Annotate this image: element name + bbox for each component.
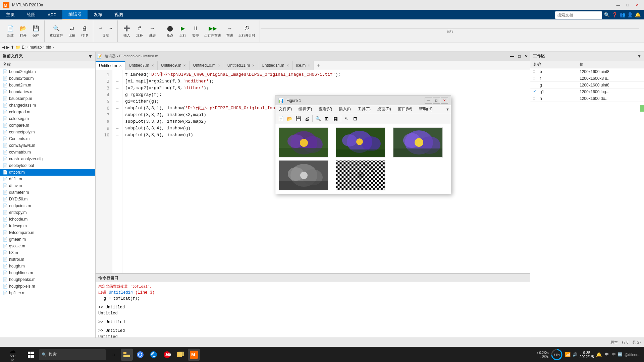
file-item[interactable]: 📄deploytool.bat [0,162,95,169]
figure-maximize-button[interactable]: □ [433,98,440,104]
find-files-button[interactable]: 🔍 查找文件 [47,23,65,39]
menu-plot[interactable]: 绘图 [21,10,42,19]
ws-row-g1[interactable]: ✓ g1 1200x1600 log... [530,88,644,95]
compare-button[interactable]: ⇄ 比较 [65,23,78,39]
run-button[interactable]: ▶ 运行 [176,23,189,39]
tab-close-ice[interactable]: ✕ [308,64,310,67]
doc-search-field[interactable] [555,11,602,19]
community-icon[interactable]: 👥 [620,12,625,17]
ws-row-g[interactable]: □ g 1200x1600 uint8 [530,82,644,88]
new-button[interactable]: 📄 新建 [4,23,17,39]
editor-minimize[interactable]: — [508,54,516,59]
ws-row-f[interactable]: □ f 1200x1600x3 u... [530,75,644,82]
ime-indicator[interactable]: 中 [604,352,610,357]
file-item[interactable]: 📄endpoints.m [0,202,95,209]
figure-tool-tile[interactable]: ⊞ [323,115,331,123]
tab-untitled10[interactable]: Untitled10.m ✕ [190,61,224,70]
file-item[interactable]: 📄hpfilter.m [0,290,95,296]
file-item[interactable]: 📄boundaries.m [0,88,95,95]
tab-ice[interactable]: ice.m ✕ [293,61,314,70]
tab-close-untitled7[interactable]: ✕ [151,64,154,67]
figure-menu-insert[interactable]: 插入(I) [335,105,354,113]
tab-untitled[interactable]: Untitled.m ✕ [96,61,125,70]
file-item[interactable]: 📄houghpeaks.m [0,276,95,283]
figure-tool-open[interactable]: 📂 [285,115,293,123]
search-icon[interactable]: 🔍 [604,12,610,17]
taskbar-task-view[interactable]: □ [107,349,119,361]
minimize-button[interactable]: — [614,2,623,8]
file-item[interactable]: 📄diameter.m [0,189,95,196]
menu-home[interactable]: 主页 [0,10,21,19]
figure-tool-pan[interactable]: ⊡ [351,115,359,123]
file-item[interactable]: 📄histroi.m [0,256,95,263]
figure-menu-file[interactable]: 文件(F) [275,105,295,113]
taskbar-explorer[interactable] [121,349,133,361]
menu-editor[interactable]: 编辑器 [62,10,88,19]
figure-tool-grid[interactable]: ▦ [331,115,339,123]
file-item[interactable]: 📄conwaylaws.m [0,142,95,149]
figure-tool-select[interactable]: ↖ [342,115,351,123]
taskbar-search-bar[interactable]: 🔍 搜索 [39,349,106,360]
ws-row-b[interactable]: □ b 1200x1600 uint8 [530,68,644,75]
maximize-button[interactable]: □ [623,2,632,8]
file-item[interactable]: 📄entropy.m [0,209,95,216]
file-panel-expand[interactable]: ▼ [88,54,93,59]
menu-app[interactable]: APP [42,10,62,19]
taskbar-edge[interactable] [148,349,160,361]
tab-untitled11[interactable]: Untitled11.m ✕ [224,61,258,70]
file-item[interactable]: 📄dftfilt.m [0,176,95,182]
notification-icon[interactable]: 🔔 [596,352,602,357]
tab-close-untitled9[interactable]: ✕ [183,64,186,67]
run-advance-button[interactable]: ▶▶ 运行并前进 [202,23,223,39]
undo-button[interactable]: ↩ [96,24,105,33]
editor-expand[interactable]: □ [516,54,523,59]
figure-menu-help[interactable]: 帮助(H) [416,105,436,113]
start-button[interactable] [24,348,38,361]
file-item[interactable]: 📄compare.m [0,122,95,129]
taskbar-chrome[interactable] [134,349,146,361]
file-item[interactable]: 📄bound2eight.m [0,68,95,75]
file-item[interactable]: 📄h8.m [0,249,95,256]
ws-expand[interactable]: ▼ [637,54,641,59]
window-controls[interactable]: — □ ✕ [614,2,641,8]
figure-tool-new[interactable]: 📄 [277,115,285,123]
tab-close-untitled11[interactable]: ✕ [252,64,255,67]
error-link-untitled14[interactable]: Untitled14 [109,290,133,295]
file-item[interactable]: 📄gscale.m [0,243,95,249]
figure-tool-save[interactable]: 💾 [294,115,302,123]
editor-panel-close[interactable]: ✕ [523,54,530,59]
taskbar-files[interactable] [174,349,186,361]
run-time-button[interactable]: ⏱ 运行并计时 [236,23,258,39]
tab-add-button[interactable]: + [314,61,322,70]
up-button[interactable]: ⬆ [11,45,14,50]
breakpoint-button[interactable]: ⬤ 断点 [164,23,176,39]
menu-view[interactable]: 视图 [108,10,129,19]
file-item[interactable]: 📄covmatrix.m [0,149,95,156]
file-item[interactable]: 📄colorgrad.m [0,109,95,115]
figure-menu-expand[interactable]: ▼ [444,107,451,111]
insert-button[interactable]: ➕ 插入 [120,23,133,39]
redo-button[interactable]: ↪ [106,24,115,33]
tab-close-untitled[interactable]: ✕ [119,64,122,68]
file-item[interactable]: 📄frdescp.m [0,223,95,229]
bell-icon[interactable]: 🔔 [635,12,641,17]
menu-publish[interactable]: 发布 [88,10,108,19]
file-item[interactable]: 📄hough.m [0,263,95,269]
indent-button[interactable]: → 进进 [146,23,159,39]
figure-tool-zoom-in[interactable]: 🔍 [314,115,322,123]
help-search-input[interactable] [555,11,602,19]
file-item[interactable]: 📄bound2im.m [0,82,95,88]
open-button[interactable]: 📂 打开 [17,23,30,39]
taskbar-qihu[interactable]: 360 [161,349,173,361]
file-item[interactable]: 📄changeclass.m [0,102,95,109]
file-item[interactable]: 📄connectpoly.m [0,129,95,135]
file-item[interactable]: 📄bsubsamp.m [0,95,95,102]
figure-menu-window[interactable]: 窗口(W) [394,105,416,113]
figure-menu-tools[interactable]: 工具(T) [354,105,374,113]
help-icon[interactable]: ❓ [612,12,618,17]
figure-menu-view[interactable]: 查看(V) [315,105,335,113]
file-item[interactable]: 📄crash_analyzer.cfg [0,156,95,162]
path-segment-bin[interactable]: bin [46,45,51,50]
figure-close-button[interactable]: ✕ [441,98,448,104]
advance-button[interactable]: → 前进 [223,23,236,39]
